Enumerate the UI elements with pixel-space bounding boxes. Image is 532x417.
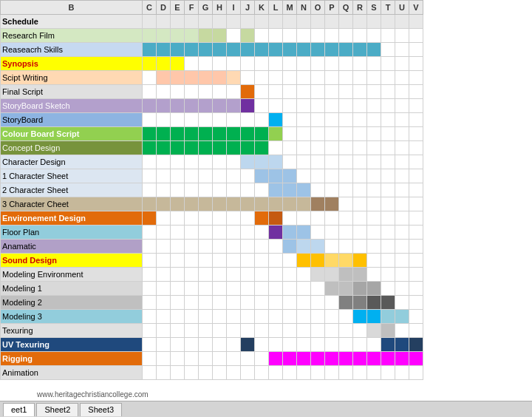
row-label-floor: Floor Plan bbox=[1, 226, 143, 240]
col-header-i: I bbox=[227, 1, 241, 15]
row-label-model-env: Modeling Environment bbox=[1, 268, 143, 282]
table-row: Modeling 1 bbox=[1, 282, 423, 296]
table-row: Floor Plan bbox=[1, 226, 423, 240]
row-label-research: Research Film bbox=[1, 29, 143, 43]
col-header-u: U bbox=[395, 1, 409, 15]
table-row: 3 Character Cheet bbox=[1, 197, 423, 211]
table-row: Scipt Writing bbox=[1, 71, 423, 85]
table-row: Rigging bbox=[1, 352, 423, 366]
table-row: Concept Design bbox=[1, 141, 423, 155]
tab-sheet3[interactable]: Sheet3 bbox=[80, 403, 122, 416]
row-label-2char: 2 Character Sheet bbox=[1, 183, 143, 197]
col-header-d: D bbox=[157, 1, 171, 15]
row-label-model1: Modeling 1 bbox=[1, 282, 143, 296]
table-row: StoryBoard bbox=[1, 113, 423, 127]
table-row: Modeling 2 bbox=[1, 296, 423, 310]
table-row: Environement Design bbox=[1, 211, 423, 226]
row-label-rigging: Rigging bbox=[1, 352, 143, 366]
row-label-scipt: Scipt Writing bbox=[1, 71, 143, 85]
row-label-storyboard: StoryBoard bbox=[1, 113, 143, 127]
row-label-animation: Animation bbox=[1, 366, 143, 380]
col-header-j: J bbox=[241, 1, 255, 15]
row-label-sbs: StoryBoard Sketch bbox=[1, 99, 143, 113]
col-header-k: K bbox=[255, 1, 269, 15]
col-header-s: S bbox=[367, 1, 381, 15]
row-label-anamatic: Anamatic bbox=[1, 240, 143, 254]
row-label-sound: Sound Design bbox=[1, 254, 143, 268]
table-row: Animation bbox=[1, 366, 423, 380]
col-header-t: T bbox=[381, 1, 395, 15]
spreadsheet-container: B C D E F G H I J K L M N O P Q R bbox=[0, 0, 532, 417]
col-header-o: O bbox=[311, 1, 325, 15]
sheet-tabs: eet1 Sheet2 Sheet3 bbox=[0, 401, 532, 417]
table-row: Anamatic bbox=[1, 240, 423, 254]
row-label-concept: Concept Design bbox=[1, 141, 143, 155]
table-row: Research Film bbox=[1, 29, 423, 43]
table-row: Final Script bbox=[1, 85, 423, 99]
col-header-m: M bbox=[283, 1, 297, 15]
row-label-1char: 1 Character Sheet bbox=[1, 169, 143, 183]
col-header-g: G bbox=[199, 1, 213, 15]
table-row: 1 Character Sheet bbox=[1, 169, 423, 183]
tab-sheet2[interactable]: Sheet2 bbox=[36, 403, 78, 416]
table-row: Modeling Environment bbox=[1, 268, 423, 282]
col-header-b: B bbox=[1, 1, 143, 15]
table-row: Texuring bbox=[1, 324, 423, 338]
row-label-colour: Colour Board Script bbox=[1, 127, 143, 141]
table-row: Synopsis bbox=[1, 57, 423, 71]
col-header-p: P bbox=[325, 1, 339, 15]
col-header-v: V bbox=[409, 1, 423, 15]
col-header-q: Q bbox=[339, 1, 353, 15]
col-header-r: R bbox=[353, 1, 367, 15]
col-header-n: N bbox=[297, 1, 311, 15]
row-label-texuring: Texuring bbox=[1, 324, 143, 338]
row-label-model2: Modeling 2 bbox=[1, 296, 143, 310]
row-label-final: Final Script bbox=[1, 85, 143, 99]
table-row: UV Texuring bbox=[1, 338, 423, 352]
col-header-e: E bbox=[171, 1, 185, 15]
col-header-f: F bbox=[185, 1, 199, 15]
table-row: Modeling 3 bbox=[1, 310, 423, 324]
col-header-h: H bbox=[213, 1, 227, 15]
header-row: B C D E F G H I J K L M N O P Q R bbox=[1, 1, 423, 15]
row-label-3char: 3 Character Cheet bbox=[1, 197, 143, 211]
table-row: Sound Design bbox=[1, 254, 423, 268]
table-row: 2 Character Sheet bbox=[1, 183, 423, 197]
table-row: Schedule bbox=[1, 15, 423, 29]
table-row: StoryBoard Sketch bbox=[1, 99, 423, 113]
table-row: Colour Board Script bbox=[1, 127, 423, 141]
row-label-uv: UV Texuring bbox=[1, 338, 143, 352]
grid-area: B C D E F G H I J K L M N O P Q R bbox=[0, 0, 532, 401]
table-row: Reaseacrh Skills bbox=[1, 43, 423, 57]
gantt-table: B C D E F G H I J K L M N O P Q R bbox=[0, 0, 423, 380]
row-label-char-design: Character Design bbox=[1, 155, 143, 169]
col-header-l: L bbox=[269, 1, 283, 15]
table-row: Character Design bbox=[1, 155, 423, 169]
col-header-c: C bbox=[143, 1, 157, 15]
row-label-reaseacrh: Reaseacrh Skills bbox=[1, 43, 143, 57]
row-label-model3: Modeling 3 bbox=[1, 310, 143, 324]
row-label-env: Environement Design bbox=[1, 211, 143, 226]
watermark-text: www.heritagechristiancollege.com bbox=[37, 390, 149, 399]
row-label-schedule: Schedule bbox=[1, 15, 143, 29]
tab-sheet1[interactable]: eet1 bbox=[3, 403, 35, 416]
row-label-synopsis: Synopsis bbox=[1, 57, 143, 71]
